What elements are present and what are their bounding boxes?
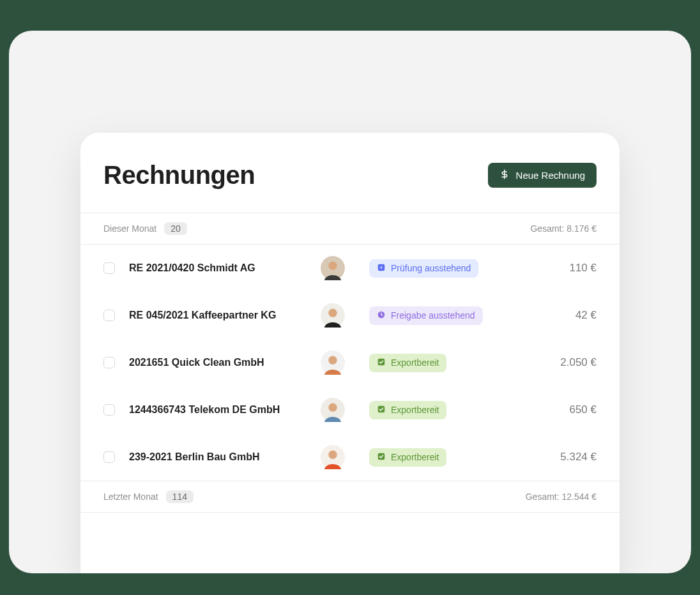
- section-count-badge: 114: [166, 490, 194, 503]
- new-invoice-label: Neue Rechnung: [516, 170, 585, 181]
- svg-rect-16: [378, 405, 385, 412]
- invoice-amount: 2.050 €: [520, 356, 597, 369]
- invoice-row[interactable]: 239-2021 Berlin Bau GmbH Exportbereit 5.…: [80, 433, 620, 481]
- section-label: Letzter Monat: [103, 492, 158, 502]
- dollar-icon: [499, 169, 510, 181]
- status-badge: Exportbereit: [369, 448, 446, 467]
- export-ready-icon: [377, 405, 386, 416]
- app-frame: Rechnungen Neue Rechnung Dieser Monat 20…: [9, 31, 691, 573]
- section-header: Letzter Monat 114 Gesamt: 12.544 €: [80, 481, 620, 513]
- invoice-amount: 42 €: [520, 309, 597, 322]
- avatar: [321, 445, 345, 469]
- svg-point-19: [328, 451, 337, 459]
- svg-point-11: [328, 356, 337, 365]
- invoice-title: RE 2021/0420 Schmidt AG: [129, 262, 310, 274]
- invoice-title: 239-2021 Berlin Bau GmbH: [129, 451, 310, 463]
- status-label: Freigabe ausstehend: [391, 310, 475, 320]
- row-checkbox[interactable]: [103, 357, 115, 368]
- invoice-row[interactable]: RE 045/2021 Kaffeepartner KG Freigabe au…: [80, 292, 620, 339]
- status-label: Exportbereit: [391, 358, 439, 368]
- panel-header: Rechnungen Neue Rechnung: [80, 133, 620, 213]
- status-label: Exportbereit: [391, 405, 439, 415]
- avatar: [321, 303, 345, 328]
- invoice-row[interactable]: 1244366743 Telekom DE GmbH Exportbereit …: [80, 386, 620, 433]
- svg-point-15: [328, 403, 337, 412]
- row-checkbox[interactable]: [103, 262, 115, 274]
- section-header: Dieser Monat 20 Gesamt: 8.176 €: [80, 213, 620, 245]
- avatar: [321, 256, 345, 280]
- sections: Dieser Monat 20 Gesamt: 8.176 € RE 2021/…: [80, 213, 620, 513]
- invoice-amount: 650 €: [520, 403, 597, 416]
- svg-rect-12: [378, 358, 385, 365]
- invoice-title: 1244366743 Telekom DE GmbH: [129, 404, 310, 416]
- row-checkbox[interactable]: [103, 451, 115, 463]
- review-pending-icon: [377, 263, 386, 274]
- section-left: Letzter Monat 114: [103, 490, 194, 503]
- invoice-amount: 110 €: [520, 262, 597, 275]
- invoice-amount: 5.324 €: [520, 451, 597, 463]
- section-left: Dieser Monat 20: [103, 222, 187, 235]
- invoice-row[interactable]: 2021651 Quick Clean GmbH Exportbereit 2.…: [80, 339, 620, 386]
- status-label: Prüfung ausstehend: [391, 263, 471, 273]
- export-ready-icon: [377, 358, 386, 368]
- status-badge: Prüfung ausstehend: [369, 259, 478, 278]
- invoices-panel: Rechnungen Neue Rechnung Dieser Monat 20…: [80, 133, 620, 573]
- row-checkbox[interactable]: [103, 404, 115, 416]
- new-invoice-button[interactable]: Neue Rechnung: [488, 163, 597, 188]
- section-count-badge: 20: [164, 222, 187, 235]
- svg-point-3: [328, 262, 337, 270]
- status-label: Exportbereit: [391, 452, 439, 462]
- invoice-title: RE 045/2021 Kaffeepartner KG: [129, 310, 310, 321]
- export-ready-icon: [377, 452, 386, 463]
- avatar: [321, 398, 345, 422]
- section-rows: RE 2021/0420 Schmidt AG Prüfung ausstehe…: [80, 245, 620, 481]
- status-badge: Freigabe ausstehend: [369, 306, 483, 325]
- section-label: Dieser Monat: [103, 223, 156, 234]
- section-total: Gesamt: 8.176 €: [530, 223, 597, 234]
- status-badge: Exportbereit: [369, 401, 446, 419]
- section-total: Gesamt: 12.544 €: [526, 492, 597, 502]
- svg-point-7: [328, 309, 337, 317]
- approval-pending-icon: [377, 310, 386, 321]
- page-title: Rechnungen: [103, 161, 255, 190]
- row-checkbox[interactable]: [103, 310, 115, 321]
- svg-rect-20: [378, 453, 385, 460]
- invoice-row[interactable]: RE 2021/0420 Schmidt AG Prüfung ausstehe…: [80, 245, 620, 292]
- invoice-title: 2021651 Quick Clean GmbH: [129, 357, 310, 368]
- status-badge: Exportbereit: [369, 354, 446, 372]
- avatar: [321, 350, 345, 375]
